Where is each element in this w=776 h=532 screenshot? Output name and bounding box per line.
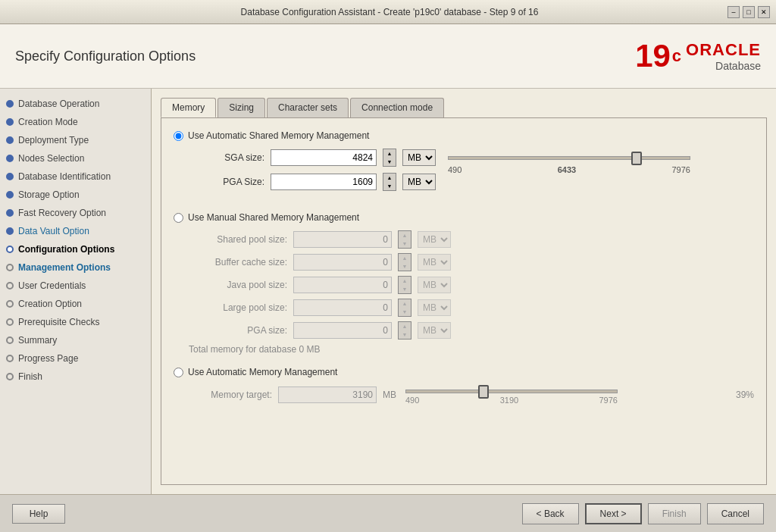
- step-dot: [6, 209, 14, 217]
- sidebar-item-fast-recovery-option[interactable]: Fast Recovery Option: [0, 204, 151, 222]
- step-dot: [6, 300, 14, 308]
- sidebar-item-creation-mode[interactable]: Creation Mode: [0, 113, 151, 131]
- minimize-button[interactable]: –: [728, 6, 740, 18]
- step-dot: [6, 227, 14, 235]
- java-pool-input: [293, 277, 392, 293]
- oracle-c: c: [672, 48, 681, 64]
- pga-down[interactable]: ▼: [383, 182, 396, 190]
- oracle-version: 19: [635, 40, 671, 72]
- total-memory-label: Total memory for database 0 MB: [189, 344, 754, 355]
- sidebar-item-deployment-type[interactable]: Deployment Type: [0, 131, 151, 149]
- step-dot: [6, 355, 14, 362]
- slider-current-label: 6433: [558, 165, 576, 174]
- step-dot: [6, 282, 14, 289]
- cancel-button[interactable]: Cancel: [707, 503, 764, 524]
- step-dot: [6, 191, 14, 199]
- auto-memory-section: Use Automatic Memory Management Memory t…: [174, 367, 754, 405]
- tab-connection-mode[interactable]: Connection mode: [350, 98, 444, 117]
- sidebar-item-progress-page[interactable]: Progress Page: [0, 349, 151, 368]
- oracle-product: Database: [686, 60, 761, 72]
- buffer-cache-row: Buffer cache size: ▲ ▼ MB: [189, 253, 754, 271]
- shared-pool-spinner: ▲ ▼: [398, 230, 411, 249]
- pga-spinner[interactable]: ▲ ▼: [383, 173, 396, 191]
- manual-shared-label[interactable]: Use Manual Shared Memory Management: [174, 212, 754, 223]
- pga-size-spinner: ▲ ▼: [398, 321, 411, 340]
- mem-slider-pct: 39%: [736, 390, 754, 400]
- sga-input[interactable]: [271, 149, 377, 166]
- back-button[interactable]: < Back: [522, 503, 579, 524]
- finish-button[interactable]: Finish: [648, 503, 701, 524]
- pga-row: PGA Size: ▲ ▼ MB GB: [189, 173, 436, 191]
- sidebar-item-user-credentials[interactable]: User Credentials: [0, 277, 151, 295]
- memory-target-row: Memory target: MB 490 3190 7976: [189, 385, 754, 405]
- pga-size-row: PGA size: ▲ ▼ MB: [189, 321, 754, 340]
- auto-shared-radio-group: Use Automatic Shared Memory Management S…: [174, 130, 754, 203]
- manual-shared-section: Use Manual Shared Memory Management Shar…: [174, 212, 754, 355]
- page-title: Specify Configuration Options: [15, 49, 196, 64]
- java-pool-row: Java pool size: ▲ ▼ MB: [189, 276, 754, 294]
- sga-label: SGA size:: [189, 152, 264, 163]
- sga-down[interactable]: ▼: [383, 158, 396, 166]
- oracle-brand: ORACLE: [686, 40, 761, 60]
- sidebar-item-creation-option[interactable]: Creation Option: [0, 295, 151, 313]
- java-pool-label: Java pool size:: [189, 280, 287, 290]
- manual-shared-radio[interactable]: [174, 213, 183, 223]
- tab-memory[interactable]: Memory: [161, 98, 216, 117]
- sga-unit[interactable]: MB GB: [402, 149, 436, 166]
- step-dot: [6, 118, 14, 126]
- title-bar: Database Configuration Assistant - Creat…: [0, 0, 776, 24]
- sidebar-item-data-vault-option[interactable]: Data Vault Option: [0, 222, 151, 240]
- large-pool-label: Large pool size:: [189, 302, 287, 313]
- sidebar-item-database-identification[interactable]: Database Identification: [0, 167, 151, 186]
- sga-up[interactable]: ▲: [383, 149, 396, 158]
- tab-character-sets[interactable]: Character sets: [267, 98, 349, 117]
- bottom-bar: Help < Back Next > Finish Cancel: [0, 494, 776, 532]
- close-button[interactable]: ✕: [758, 6, 770, 18]
- memory-target-label: Memory target:: [189, 390, 272, 400]
- window-title: Database Configuration Assistant - Creat…: [52, 7, 728, 17]
- auto-shared-radio[interactable]: [174, 131, 183, 141]
- shared-pool-label: Shared pool size:: [189, 234, 287, 245]
- sga-pga-fields: SGA size: ▲ ▼ MB GB: [189, 149, 436, 197]
- sidebar-item-database-operation[interactable]: Database Operation: [0, 95, 151, 113]
- large-pool-row: Large pool size: ▲ ▼ MB: [189, 299, 754, 317]
- maximize-button[interactable]: □: [743, 6, 755, 18]
- auto-shared-slider[interactable]: [448, 156, 690, 160]
- help-button[interactable]: Help: [12, 504, 65, 524]
- auto-memory-radio[interactable]: [174, 368, 183, 377]
- buffer-cache-spinner: ▲ ▼: [398, 253, 411, 271]
- sidebar: Database Operation Creation Mode Deploym…: [0, 89, 152, 494]
- pga-input[interactable]: [271, 174, 377, 190]
- sidebar-item-management-options[interactable]: Management Options: [0, 258, 151, 277]
- auto-shared-slider-area: 490 6433 7976: [436, 149, 754, 174]
- sidebar-item-summary[interactable]: Summary: [0, 331, 151, 349]
- pga-unit[interactable]: MB GB: [402, 174, 436, 190]
- sidebar-item-prerequisite-checks[interactable]: Prerequisite Checks: [0, 313, 151, 331]
- next-button[interactable]: Next >: [585, 503, 642, 524]
- step-dot: [6, 264, 14, 271]
- step-dot: [6, 318, 14, 326]
- pga-label: PGA Size:: [189, 177, 264, 187]
- sidebar-item-nodes-selection[interactable]: Nodes Selection: [0, 149, 151, 167]
- sidebar-item-finish[interactable]: Finish: [0, 368, 151, 386]
- tab-content-memory: Use Automatic Shared Memory Management S…: [161, 117, 767, 485]
- pga-up[interactable]: ▲: [383, 174, 396, 182]
- shared-pool-row: Shared pool size: ▲ ▼ MB: [189, 230, 754, 249]
- pga-size-input: [293, 322, 392, 339]
- manual-fields: Shared pool size: ▲ ▼ MB Buffer cache: [189, 230, 754, 340]
- tab-bar: Memory Sizing Character sets Connection …: [161, 98, 767, 117]
- auto-shared-label[interactable]: Use Automatic Shared Memory Management: [174, 130, 754, 141]
- oracle-logo: 19 c ORACLE Database: [635, 40, 761, 72]
- tab-sizing[interactable]: Sizing: [217, 98, 265, 117]
- sidebar-item-configuration-options[interactable]: Configuration Options: [0, 240, 151, 258]
- header: Specify Configuration Options 19 c ORACL…: [0, 24, 776, 89]
- buffer-cache-label: Buffer cache size:: [189, 257, 287, 268]
- auto-memory-label[interactable]: Use Automatic Memory Management: [174, 367, 754, 377]
- step-dot: [6, 100, 14, 108]
- shared-pool-unit: MB: [418, 231, 451, 248]
- sga-row: SGA size: ▲ ▼ MB GB: [189, 149, 436, 167]
- sga-spinner[interactable]: ▲ ▼: [383, 149, 396, 167]
- auto-memory-slider: [405, 390, 618, 393]
- sidebar-item-storage-option[interactable]: Storage Option: [0, 186, 151, 204]
- memory-target-input: [278, 386, 377, 403]
